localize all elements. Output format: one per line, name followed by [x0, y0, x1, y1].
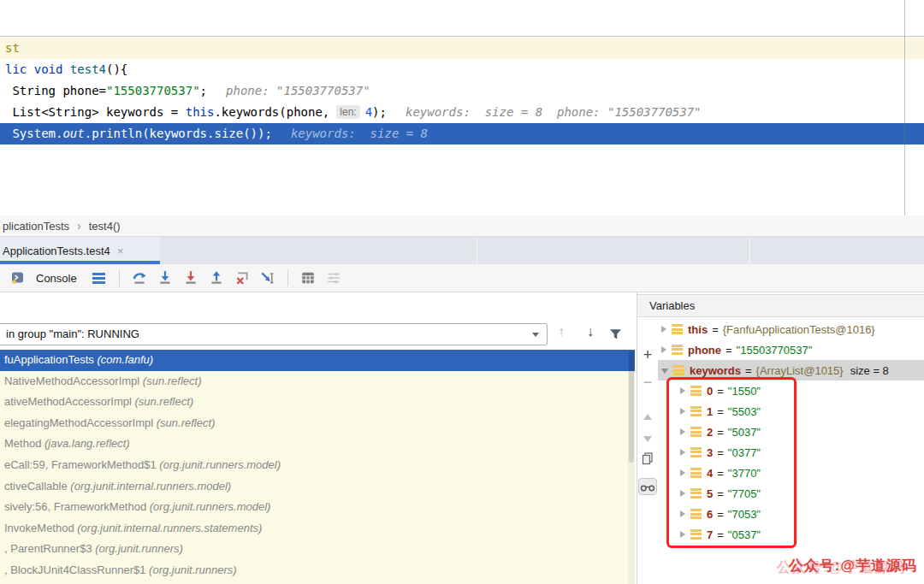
element-index: 6 — [707, 508, 713, 521]
array-element-row[interactable]: 3="0377" — [658, 442, 924, 463]
evaluate-expression-icon[interactable] — [300, 270, 316, 286]
frame-row[interactable]: ctiveCallable (org.junit.internal.runner… — [0, 476, 635, 498]
tab-separator — [749, 238, 750, 263]
show-watches-icon[interactable] — [637, 478, 658, 497]
breadcrumb-class[interactable]: plicationTests — [3, 220, 69, 233]
frame-row[interactable]: , ParentRunner$3 (org.junit.runners) — [0, 539, 635, 560]
frame-row[interactable]: elegatingMethodAccessorImpl (sun.reflect… — [0, 413, 635, 434]
punct-token: ); — [372, 105, 387, 119]
frames-list[interactable]: fuApplicationTests (com.fanfu) NativeMet… — [0, 350, 635, 584]
step-into-icon[interactable] — [157, 270, 173, 286]
run-to-cursor-icon[interactable] — [260, 270, 275, 286]
value-icon — [690, 427, 702, 437]
expand-arrow-icon[interactable] — [680, 510, 685, 517]
step-out-icon[interactable] — [209, 270, 224, 286]
method-name-token: test4 — [70, 62, 106, 76]
move-up-icon[interactable] — [637, 408, 658, 423]
code-line-phone[interactable]: String phone="15503770537";phone: "15503… — [0, 80, 924, 102]
step-over-icon[interactable] — [132, 270, 147, 286]
frames-panel: in group "main": RUNNING ↑ ↓ fuApplicati… — [0, 292, 635, 584]
equals: = — [745, 364, 752, 377]
array-element-row[interactable]: 0="1550" — [658, 380, 924, 401]
array-element-row[interactable]: 6="7053" — [658, 504, 924, 524]
close-icon[interactable]: × — [117, 245, 124, 257]
breadcrumb-method[interactable]: test4() — [89, 220, 121, 233]
expand-arrow-icon[interactable] — [680, 531, 685, 538]
frame-row[interactable]: sively:56, FrameworkMethod (org.junit.ru… — [0, 497, 635, 518]
console-tab-label[interactable]: Console — [36, 272, 77, 285]
code-token: System. — [5, 127, 62, 140]
frame-up-icon[interactable]: ↑ — [558, 324, 565, 339]
code-line-annotation[interactable]: st — [0, 38, 924, 59]
variables-header: Variables — [637, 294, 924, 317]
expand-arrow-icon[interactable] — [680, 428, 685, 435]
expand-arrow-icon[interactable] — [680, 449, 685, 456]
variable-value: {ArrayList@1015} — [756, 364, 844, 377]
settings-sliders-icon[interactable] — [326, 270, 341, 286]
menu-icon[interactable] — [92, 273, 105, 284]
element-value: "0537" — [728, 528, 761, 541]
thread-dropdown[interactable]: in group "main": RUNNING — [0, 323, 548, 345]
breadcrumb-separator-icon: › — [77, 219, 81, 233]
frames-scrollbar[interactable] — [628, 350, 635, 584]
drop-frame-icon[interactable] — [234, 270, 250, 286]
array-element-row[interactable]: 5="7705" — [658, 483, 924, 504]
expand-arrow-icon[interactable] — [680, 408, 685, 415]
frame-class: eCall:59, FrameworkMethod$1 — [4, 458, 159, 471]
breadcrumb: plicationTests › test4() — [0, 215, 924, 237]
element-value: "0377" — [728, 446, 761, 459]
expand-arrow-icon[interactable] — [680, 490, 685, 497]
remove-watch-icon[interactable]: − — [637, 374, 658, 392]
hide-frames-filter-icon[interactable] — [609, 327, 622, 344]
inline-debug-hint: phone: "15503770537" — [226, 84, 370, 97]
value-icon — [690, 386, 702, 396]
frame-row[interactable]: Method (java.lang.reflect) — [0, 434, 635, 455]
annotation-token: st — [5, 41, 20, 55]
variable-row-phone[interactable]: phone="15503770537" — [658, 339, 924, 360]
array-element-row[interactable]: 4="3770" — [658, 463, 924, 483]
scrollbar-thumb[interactable] — [629, 351, 634, 463]
equals: = — [717, 467, 724, 480]
element-value: "5037" — [728, 426, 761, 439]
element-index: 4 — [707, 467, 713, 480]
expand-arrow-icon[interactable] — [680, 387, 685, 394]
array-element-row[interactable]: 7="0537" — [658, 524, 924, 545]
value-icon — [690, 447, 702, 457]
frame-row[interactable]: ativeMethodAccessorImpl (sun.reflect) — [0, 392, 635, 413]
frame-row[interactable]: InvokeMethod (org.junit.internal.runners… — [0, 518, 635, 540]
frame-row[interactable]: fuApplicationTests (com.fanfu) — [0, 350, 635, 371]
duplicate-icon[interactable] — [637, 452, 658, 469]
variable-value: {FanfuApplicationTests@1016} — [723, 323, 875, 336]
collapse-arrow-icon[interactable] — [661, 369, 668, 374]
right-margin-guide — [904, 0, 905, 215]
frame-package: (org.junit.runners.model) — [150, 500, 271, 513]
frame-down-icon[interactable]: ↓ — [587, 324, 594, 339]
code-line-execution-point[interactable]: System.out.println(keywords.size());keyw… — [0, 123, 924, 145]
frame-row[interactable]: NativeMethodAccessorImpl (sun.reflect) — [0, 371, 635, 392]
force-step-into-icon[interactable] — [183, 270, 198, 286]
equals: = — [717, 446, 724, 459]
expand-arrow-icon[interactable] — [661, 346, 666, 353]
expand-arrow-icon[interactable] — [661, 326, 666, 333]
frame-class: , BlockJUnit4ClassRunner$1 — [4, 563, 149, 576]
console-icon[interactable] — [10, 270, 26, 286]
expand-arrow-icon[interactable] — [680, 469, 685, 476]
frame-row[interactable]: , BlockJUnit4ClassRunner$1 (org.junit.ru… — [0, 560, 635, 581]
frame-class: fuApplicationTests — [4, 353, 97, 366]
tab-label: ApplicationTests.test4 — [3, 245, 110, 257]
add-watch-icon[interactable]: + — [637, 346, 658, 364]
variables-tree[interactable]: this={FanfuApplicationTests@1016} phone=… — [658, 319, 924, 584]
array-element-row[interactable]: 2="5037" — [658, 422, 924, 442]
frame-package: (sun.reflect) — [157, 416, 216, 429]
code-line-signature[interactable]: lic void test4(){ — [0, 59, 924, 80]
code-editor[interactable]: st lic void test4(){ String phone="15503… — [0, 0, 924, 215]
variable-row-this[interactable]: this={FanfuApplicationTests@1016} — [658, 319, 924, 339]
variable-row-keywords[interactable]: keywords={ArrayList@1015}size = 8 — [658, 360, 924, 380]
toolbar-divider — [287, 269, 288, 286]
array-element-row[interactable]: 1="5503" — [658, 401, 924, 422]
code-line-keywords[interactable]: List<String> keywords = this.keywords(ph… — [0, 102, 924, 123]
move-down-icon[interactable] — [637, 430, 658, 445]
frame-row[interactable]: eCall:59, FrameworkMethod$1 (org.junit.r… — [0, 455, 635, 476]
element-value: "5503" — [728, 405, 761, 418]
equals: = — [717, 528, 724, 541]
